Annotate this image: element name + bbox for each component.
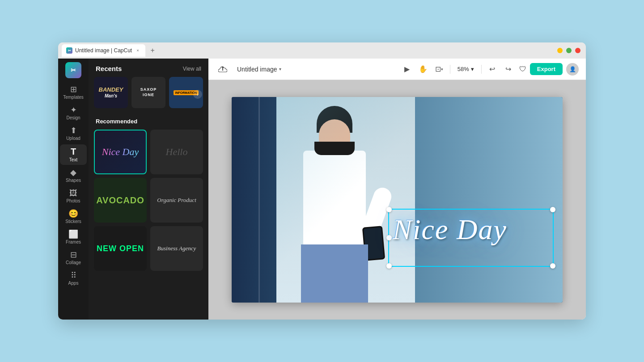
recents-row: BANDEY Man's SAXOPIONE INFORMATION › [89,77,208,114]
minimize-btn[interactable] [557,48,563,53]
apps-label: Apps [68,281,79,286]
shield-icon[interactable]: 🛡 [519,65,526,73]
template-business-agency[interactable]: Business Agency [150,226,203,271]
design-label: Design [66,115,80,120]
sidebar-item-apps[interactable]: ⠿ Apps [60,269,87,288]
template-hello[interactable]: Hello [150,130,203,174]
play-btn[interactable]: ▶ [400,62,414,76]
sidebar-item-design[interactable]: ✦ Design [60,103,87,123]
maximize-btn[interactable] [566,48,572,53]
recents-header: Recents View all [89,59,208,77]
sidebar-item-collage[interactable]: ⊟ Collage [60,248,87,268]
layout-btn[interactable]: ⊡▾ [432,62,446,76]
title-bar: ✂ Untitled image | CapCut × + [58,42,586,59]
stickers-icon: 😊 [68,210,78,218]
shapes-icon: ◆ [70,168,76,177]
template-avocado[interactable]: Avocado [94,178,147,223]
sidebar-item-shapes[interactable]: ◆ Shapes [60,166,87,185]
frames-label: Frames [66,240,81,244]
sidebar-item-frames[interactable]: ⬜ Frames [60,227,87,247]
canvas[interactable]: Nice Day [232,97,563,303]
toolbar-divider-2 [481,65,482,74]
stickers-label: Stickers [65,219,81,224]
recents-title: Recents [96,65,122,72]
toolbar-right: 🛡 Export 👤 [519,63,579,76]
saxophone-text: SAXOPIONE [140,87,157,97]
avocado-text: Avocado [96,195,144,206]
recent-bandey[interactable]: BANDEY Man's [94,77,128,108]
text-label: Text [69,157,77,162]
sidebar-item-stickers[interactable]: 😊 Stickers [60,207,87,227]
zoom-control[interactable]: 58% ▾ [454,64,478,74]
sidebar-item-upload[interactable]: ⬆ Upload [60,124,87,143]
toolbar-divider-1 [450,65,450,74]
sidebar-item-templates[interactable]: ⊞ Templates [60,83,87,102]
person-body [303,151,366,249]
handle-bottom-left[interactable] [386,263,392,269]
close-btn[interactable] [575,48,580,53]
hello-text: Hello [166,146,188,158]
new-tab-btn[interactable]: + [147,45,158,56]
bg-line-1 [258,97,260,303]
recents-next-btn[interactable]: › [193,90,202,99]
app-window: ✂ Untitled image | CapCut × + ✂ ⊞ Templa… [58,42,586,320]
apps-icon: ⠿ [71,271,76,279]
canvas-area[interactable]: Nice Day [208,80,586,320]
templates-grid: Nice Day Hello Avocado Organic Product N… [89,130,208,276]
handle-mid-left[interactable] [386,235,392,240]
bandey-text: BANDEY Man's [99,87,123,98]
template-nice-day[interactable]: Nice Day [94,130,147,174]
main-area: Untitled image ▾ ▶ ✋ ⊡▾ 58 [208,59,586,320]
collage-label: Collage [66,260,81,265]
text-icon: T [71,147,76,156]
design-icon: ✦ [70,106,77,114]
cloud-upload-btn[interactable] [216,62,230,76]
newopen-text: NEW OPEN [97,244,144,253]
doc-title[interactable]: Untitled image ▾ [233,64,285,75]
tab-label: Untitled image | CapCut [75,47,132,54]
export-btn[interactable]: Export [530,63,563,75]
recent-saxophone[interactable]: SAXOPIONE [131,77,165,108]
template-organic-product[interactable]: Organic Product [150,178,203,223]
app-body: ✂ ⊞ Templates ✦ Design ⬆ Upload T Text ◆… [58,59,586,320]
zoom-value: 58% [458,66,469,72]
panel-sidebar: Recents View all BANDEY Man's SAXOPIONE … [89,59,208,320]
recommended-header: Recommended [89,114,208,130]
sidebar-item-text[interactable]: T Text [60,144,87,165]
doc-title-chevron: ▾ [279,67,281,72]
handle-bottom-right[interactable] [550,263,555,269]
tab-logo: ✂ [66,47,72,54]
sidebar-item-photos[interactable]: 🖼 Photos [60,186,87,206]
toolbar-left: Untitled image ▾ [216,62,396,76]
template-new-open[interactable]: NEW OPEN [94,226,147,271]
nice-day-text: Nice Day [102,146,139,158]
business-text: Business Agency [157,245,196,252]
toolbar-center: ▶ ✋ ⊡▾ 58% ▾ ↩ [400,62,516,76]
text-selection-box[interactable] [388,209,554,267]
brand-logo: ✂ [65,62,81,78]
upload-label: Upload [66,136,80,141]
undo-btn[interactable]: ↩ [485,62,500,76]
doc-title-text: Untitled image [237,66,277,73]
frames-icon: ⬜ [68,230,78,238]
photos-icon: 🖼 [69,189,77,197]
tab-bar: ✂ Untitled image | CapCut × + [58,44,557,57]
hand-tool-btn[interactable]: ✋ [416,62,430,76]
templates-label: Templates [63,95,84,100]
person-hair-bottom [314,142,355,155]
shapes-label: Shapes [66,178,81,183]
redo-btn[interactable]: ↪ [501,62,516,76]
handle-top-right[interactable] [550,207,555,212]
window-controls [557,48,586,53]
handle-top-left[interactable] [386,207,392,212]
organic-text: Organic Product [157,197,196,204]
user-avatar[interactable]: 👤 [566,63,579,76]
active-tab[interactable]: ✂ Untitled image | CapCut × [62,44,145,57]
view-all-link[interactable]: View all [183,66,201,72]
templates-icon: ⊞ [70,85,77,93]
tab-close-btn[interactable]: × [135,47,141,54]
person-pants [301,244,368,303]
upload-icon: ⬆ [70,126,77,135]
zoom-chevron: ▾ [471,66,474,72]
toolbar: Untitled image ▾ ▶ ✋ ⊡▾ 58 [208,59,586,80]
